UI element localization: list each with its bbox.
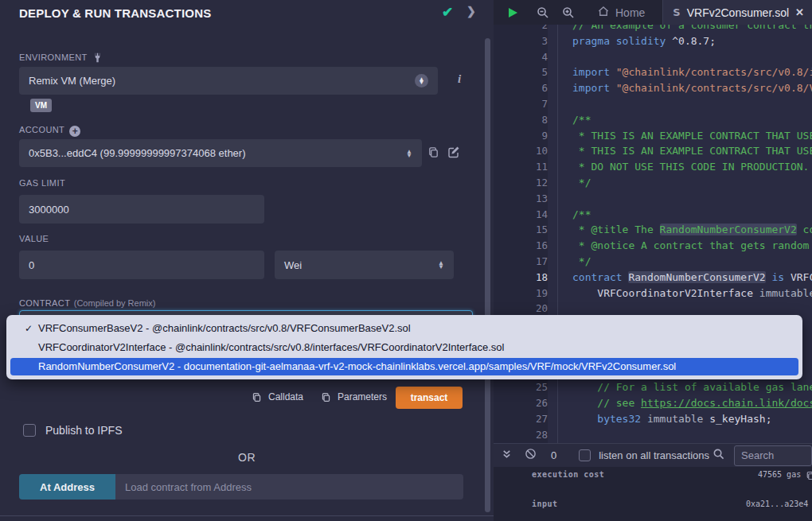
code-line-27: 27 bytes32 immutable s_keyHash; (494, 411, 812, 427)
gas-limit-input[interactable] (19, 195, 264, 224)
code-line-17: 17 */ (494, 254, 812, 270)
line-number: 26 (494, 395, 548, 411)
code-line-3: 3pragma solidity ^0.8.7; (494, 33, 812, 49)
panel-scrollbar[interactable] (485, 38, 490, 512)
account-select[interactable]: 0x5B3...eddC4 (99.99999999997374068 ethe… (19, 139, 422, 167)
line-number: 6 (494, 80, 548, 96)
line-number: 18 (494, 270, 548, 286)
code-text (557, 96, 812, 112)
at-address-button[interactable]: At Address (19, 474, 115, 500)
line-number: 15 (494, 222, 548, 238)
copy-calldata-icon[interactable] (252, 391, 262, 406)
code-text: contract RandomNumberConsumerV2 is VRFCo (557, 270, 812, 286)
listen-all-label: listen on all transactions (599, 449, 709, 461)
code-text: pragma solidity ^0.8.7; (557, 33, 812, 49)
copy-account-icon[interactable] (427, 146, 439, 161)
contract-option-1[interactable]: VRFCoordinatorV2Interface - @chainlink/c… (6, 338, 802, 357)
environment-select[interactable]: Remix VM (Merge) ▲▼ (19, 67, 438, 95)
terminal-content: execution cost47565 gasinput0xa21...a23e… (494, 467, 812, 521)
code-line-8: 8/** (494, 112, 812, 128)
or-separator: OR (0, 451, 494, 464)
line-number: 9 (494, 128, 548, 144)
run-script-icon[interactable] (506, 6, 519, 19)
at-address-input[interactable] (115, 474, 463, 500)
code-line-11: 11 * DO NOT USE THIS CODE IN PRODUCTION. (494, 159, 812, 175)
line-number: 11 (494, 159, 548, 175)
listen-all-checkbox[interactable] (579, 449, 591, 461)
code-text: * THIS IS AN EXAMPLE CONTRACT THAT USES (557, 143, 812, 159)
code-text (557, 427, 812, 443)
line-number: 13 (494, 191, 548, 207)
transaction-count: 0 (551, 449, 556, 461)
code-text: // For a list of available gas lanes (557, 379, 812, 395)
code-line-5: 5import "@chainlink/contracts/src/v0.8/i… (494, 64, 812, 80)
section-divider (0, 515, 494, 516)
close-tab-icon[interactable]: ✕ (795, 6, 804, 18)
solidity-file-icon: S (673, 6, 680, 18)
environment-spinner-icon: ▲▼ (415, 74, 428, 87)
contract-option-2[interactable]: RandomNumberConsumerV2 - documentation-g… (10, 358, 798, 375)
contract-label: CONTRACT (19, 298, 70, 308)
zoom-out-icon[interactable] (537, 6, 549, 19)
line-number: 19 (494, 286, 548, 301)
code-editor[interactable]: 2// An example of a consumer contract th… (494, 25, 812, 443)
contract-label-row: CONTRACT (Compiled by Remix) (19, 295, 155, 309)
code-text: * @notice A contract that gets random v (557, 238, 812, 254)
contract-option-label: VRFCoordinatorV2Interface - @chainlink/c… (38, 341, 504, 353)
copy-value-icon[interactable] (806, 469, 812, 484)
code-line-18: 18contract RandomNumberConsumerV2 is VRF… (494, 270, 812, 286)
parameters-label[interactable]: Parameters (338, 391, 387, 402)
publish-ipfs-label: Publish to IPFS (45, 424, 123, 437)
account-label-row: ACCOUNT+ (19, 122, 80, 137)
line-number: 2 (494, 25, 548, 33)
code-text: */ (557, 175, 812, 191)
code-text (557, 191, 812, 207)
panel-collapse-chevron-icon[interactable]: ❯ (467, 5, 476, 17)
line-number: 4 (494, 49, 548, 65)
code-line-15: 15 * @title The RandomNumberConsumerV2 c… (494, 222, 812, 238)
environment-label-row: ENVIRONMENT (19, 49, 103, 66)
code-line-13: 13 (494, 191, 812, 207)
transact-button[interactable]: transact (396, 387, 463, 409)
calldata-label[interactable]: Calldata (268, 391, 303, 402)
contract-option-label: RandomNumberConsumerV2 - documentation-g… (38, 360, 676, 372)
code-text: * DO NOT USE THIS CODE IN PRODUCTION. (557, 159, 812, 175)
value-unit: Wei (284, 259, 302, 271)
value-unit-select[interactable]: Wei ▲▼ (275, 251, 454, 279)
code-line-7: 7 (494, 96, 812, 112)
line-number: 7 (494, 96, 548, 112)
selected-check-icon: ✓ (25, 319, 33, 338)
code-text: import "@chainlink/contracts/src/v0.8/in (557, 64, 812, 80)
panel-title: DEPLOY & RUN TRANSACTIONS (19, 6, 211, 20)
contract-dropdown-list: ✓VRFConsumerBaseV2 - @chainlink/contract… (6, 315, 802, 379)
deploy-run-panel: DEPLOY & RUN TRANSACTIONS ✔ ❯ ENVIRONMEN… (0, 0, 494, 521)
clear-console-icon[interactable] (525, 448, 537, 463)
tab-home[interactable]: Home (591, 0, 651, 25)
account-spinner-icon: ▲▼ (406, 150, 412, 157)
copy-parameters-icon[interactable] (321, 391, 331, 406)
line-number: 25 (494, 379, 548, 395)
account-label: ACCOUNT (19, 125, 64, 134)
code-text: * THIS IS AN EXAMPLE CONTRACT THAT USES (557, 128, 812, 144)
tab-home-label: Home (615, 6, 645, 19)
publish-ipfs-checkbox[interactable] (23, 424, 36, 437)
environment-info-icon[interactable]: i (458, 72, 461, 86)
editor-pane: Home S VRFv2Consumer.sol ✕ 2// An exampl… (494, 0, 812, 521)
add-account-icon[interactable]: + (69, 126, 80, 137)
code-line-26: 26 // see https://docs.chain.link/docs, (494, 395, 812, 411)
contract-option-label: VRFConsumerBaseV2 - @chainlink/contracts… (38, 322, 411, 334)
line-number: 28 (494, 427, 548, 443)
code-text (557, 49, 812, 65)
line-number: 5 (494, 64, 548, 80)
terminal-search-input[interactable] (734, 445, 812, 466)
contract-option-0[interactable]: ✓VRFConsumerBaseV2 - @chainlink/contract… (6, 319, 802, 338)
code-line-9: 9 * THIS IS AN EXAMPLE CONTRACT THAT USE… (494, 128, 812, 144)
tab-vrfv2consumer[interactable]: S VRFv2Consumer.sol ✕ (662, 0, 812, 25)
code-line-25: 25 // For a list of available gas lanes (494, 379, 812, 395)
line-number: 8 (494, 112, 548, 128)
zoom-in-icon[interactable] (562, 6, 575, 19)
environment-label: ENVIRONMENT (19, 52, 88, 62)
value-input[interactable] (19, 251, 264, 279)
edit-account-icon[interactable] (447, 146, 460, 161)
terminal-expand-icon[interactable] (502, 449, 512, 463)
